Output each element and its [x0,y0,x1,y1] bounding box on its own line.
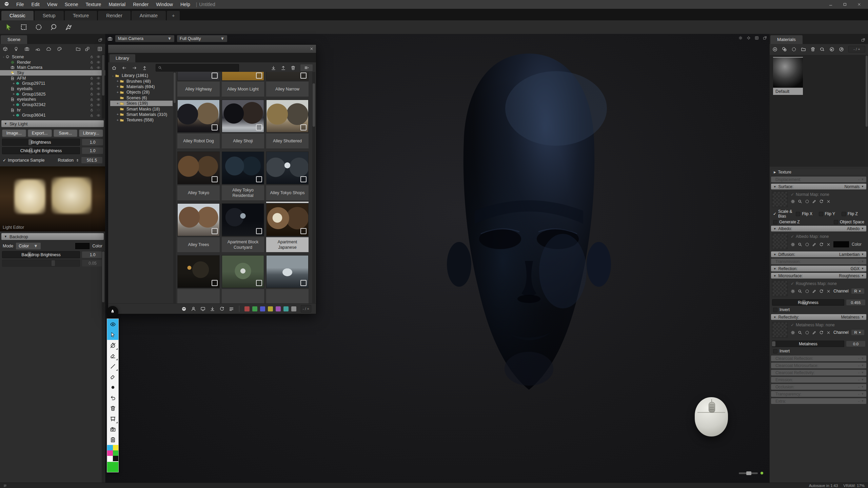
board-tool[interactable] [107,413,118,424]
menu-texture[interactable]: Texture [82,2,105,7]
scene-tree-item[interactable]: hr [0,107,105,113]
map-gear-button[interactable] [791,289,795,293]
thumbnail-checkbox[interactable] [256,73,262,79]
lock-toggle[interactable] [90,98,94,101]
material-section-transmission[interactable]: Transmission:-▼ [771,259,866,264]
material-browser-scrollbar[interactable] [865,55,868,167]
maximize-button[interactable] [843,2,847,6]
library-thumbnail[interactable] [177,255,220,304]
scene-tool-cube[interactable] [3,46,8,52]
slider-value[interactable]: 1.0 [82,139,103,145]
map-gear-button[interactable] [791,330,795,335]
rotation-value[interactable]: 501.5 [81,157,102,163]
flip-z-checkbox[interactable]: Flip Z [842,209,864,219]
thumbnail-checkbox[interactable] [212,176,218,182]
library-thumbnail[interactable]: Alley Highway [177,72,220,97]
library-thumbnail[interactable]: Alley Robot Dog [177,100,220,148]
scene-tree-item[interactable]: Render [0,60,105,65]
library-arrow-up-out-button[interactable] [142,65,147,70]
slider-track[interactable]: Metalness [772,341,844,347]
tree-expand-toggle[interactable]: + [12,82,16,85]
map-refresh-button[interactable] [819,199,824,204]
palette-color-swatch[interactable] [107,456,113,462]
library-thumbnail[interactable]: Apartment Japanese [266,203,309,252]
visibility-toggle[interactable] [97,103,100,107]
library-import-down-button[interactable] [271,65,276,70]
material-tool-cube-arrow[interactable] [820,47,825,52]
lock-toggle[interactable] [90,76,94,80]
scene-tree-scrollbar[interactable] [102,54,105,119]
library-home-button[interactable] [112,65,117,70]
tab-texture[interactable]: Texture [65,11,97,20]
map-dot-sphere-button[interactable] [805,199,809,204]
slider-track[interactable]: Roughness [772,299,844,306]
select-arrow-tool[interactable] [3,22,15,33]
thumbnail-checkbox[interactable] [300,73,307,79]
visibility-toggle[interactable] [97,76,100,80]
tag-color-swatch[interactable] [291,306,296,311]
map-close-button[interactable] [826,330,831,335]
scene-tree-item[interactable]: +Group36041 [0,113,105,118]
slider-slider[interactable]: 0.05 [2,260,103,266]
channel-select[interactable]: R▼ [851,330,864,335]
flip-y-checkbox[interactable]: Flip Y [819,209,842,219]
flip-x-checkbox[interactable]: Flip X [796,209,818,219]
slider-handle[interactable] [746,471,751,475]
scene-tree-item[interactable]: eyelashes [0,97,105,102]
scene-tree-item[interactable]: Main Camera [0,65,105,70]
visibility-tool[interactable] [107,319,118,329]
material-section-transparency[interactable]: Transparency:-▼ [771,391,866,397]
library-folder-item[interactable]: +Objects (28) [110,89,173,95]
materials-zoom-control[interactable]: - / + [848,46,865,53]
slider-value[interactable]: 0.0 [846,341,865,347]
menu-window[interactable]: Window [152,2,177,7]
material-section-albedo[interactable]: ▼Albedo:Albedo▼ [771,226,866,231]
map-search-button[interactable] [798,330,802,335]
material-section-diffusion[interactable]: ▼Diffusion:Lambertian▼ [771,251,866,257]
sky-save-button[interactable]: Save... [54,129,78,137]
tree-expand-toggle[interactable]: + [12,103,16,107]
roughness-slider[interactable]: Roughness0.455 [772,300,865,305]
map-thumbnail[interactable] [772,322,788,338]
library-thumbnail[interactable]: Alley Shoji [222,100,264,148]
scene-tree-item[interactable]: +Group15825 [0,92,105,97]
menu-edit[interactable]: Edit [28,2,43,7]
lock-toggle[interactable] [90,92,94,96]
library-thumbnail[interactable]: Apartment Block Courtyard [222,203,264,252]
library-folder-item[interactable]: +Textures (558) [110,117,173,123]
library-export-up-button[interactable] [281,65,286,70]
tag-color-swatch[interactable] [260,306,265,311]
material-tool-circ-dl[interactable] [829,47,834,52]
folder-scrollbar[interactable] [173,72,176,304]
map-search-button[interactable] [798,242,802,247]
slider-track[interactable] [2,260,80,267]
library-folder-item[interactable]: +Smart Materials (310) [110,112,173,117]
map-search-button[interactable] [798,199,802,204]
slider-track[interactable]: Brightness [2,139,80,146]
tab-scene[interactable]: Scene [1,35,27,44]
thumbnail-checkbox[interactable] [256,124,262,130]
material-section-displacement[interactable]: Displacement:-▼ [771,177,866,182]
folder-expand-toggle[interactable]: + [116,113,120,116]
library-arrow-right-button[interactable] [132,65,137,70]
tag-color-swatch[interactable] [244,306,250,311]
eraser-tool[interactable] [107,371,118,382]
lock-toggle[interactable] [90,55,94,59]
slider-track[interactable]: Child-Light Brightness [2,147,80,154]
tree-expand-toggle[interactable]: + [12,114,16,117]
library-thumbnail[interactable]: Alley Tokyo Residential [222,151,264,200]
pen-tool-button[interactable] [107,306,118,318]
tab-render[interactable]: Render [98,11,131,20]
folder-expand-toggle[interactable]: + [116,102,120,105]
material-tool-dot-sphere[interactable] [791,47,796,52]
lock-toggle[interactable] [90,108,94,112]
scene-tool-camera[interactable] [24,46,29,52]
library-footer-list-button[interactable] [229,306,234,311]
map-pencil-button[interactable] [812,330,816,335]
library-footer-person-button[interactable] [191,306,196,311]
backdrop-color-swatch[interactable] [75,243,90,249]
visibility-toggle[interactable] [97,55,100,59]
scene-tree-item[interactable]: eyeballs [0,86,105,92]
marker-tool[interactable] [107,350,118,361]
invert-checkbox[interactable]: Invert [771,347,866,354]
